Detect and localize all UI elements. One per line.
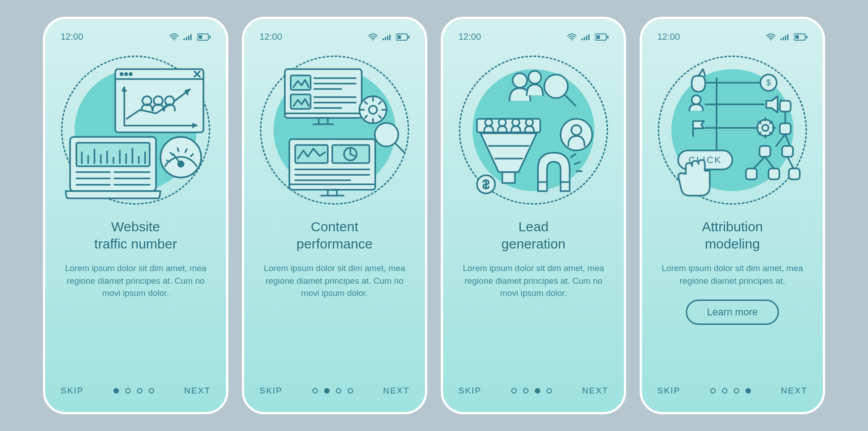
page-dot[interactable] bbox=[336, 388, 341, 394]
page-dot[interactable] bbox=[734, 388, 739, 394]
onboarding-screen-4: 12:00 $ bbox=[640, 17, 825, 414]
svg-point-92 bbox=[528, 71, 541, 84]
battery-icon bbox=[197, 33, 211, 41]
page-dot[interactable] bbox=[125, 388, 131, 394]
battery-icon bbox=[794, 33, 807, 41]
page-dot[interactable] bbox=[149, 388, 154, 394]
signal-icon bbox=[780, 33, 789, 41]
wifi-icon bbox=[368, 33, 378, 41]
svg-rect-130 bbox=[780, 123, 791, 134]
illustration-lead-generation bbox=[459, 56, 608, 205]
page-dot[interactable] bbox=[535, 388, 540, 394]
svg-rect-87 bbox=[588, 34, 590, 40]
screen-title: Attribution modeling bbox=[657, 218, 807, 252]
svg-rect-102 bbox=[502, 172, 515, 183]
skip-button[interactable]: SKIP bbox=[259, 386, 283, 396]
svg-point-11 bbox=[125, 73, 127, 75]
screen-title: Website traffic number bbox=[61, 218, 211, 252]
page-dot[interactable] bbox=[348, 388, 353, 394]
skip-button[interactable]: SKIP bbox=[657, 386, 680, 396]
onboarding-footer: SKIP NEXT bbox=[458, 386, 609, 396]
wifi-icon bbox=[766, 33, 776, 41]
svg-rect-6 bbox=[198, 35, 202, 39]
signal-icon bbox=[184, 33, 193, 41]
svg-rect-113 bbox=[783, 37, 784, 40]
skip-button[interactable]: SKIP bbox=[458, 386, 481, 396]
page-dot[interactable] bbox=[324, 388, 330, 394]
svg-point-12 bbox=[130, 73, 132, 75]
svg-line-108 bbox=[571, 154, 576, 157]
status-time: 12:00 bbox=[657, 32, 680, 42]
page-dot[interactable] bbox=[523, 388, 528, 394]
svg-rect-89 bbox=[596, 35, 600, 39]
status-icons bbox=[766, 33, 807, 41]
svg-rect-51 bbox=[397, 35, 401, 39]
svg-point-111 bbox=[770, 39, 772, 40]
status-icons bbox=[169, 33, 211, 41]
onboarding-footer: SKIP NEXT bbox=[657, 386, 807, 396]
svg-point-93 bbox=[544, 75, 568, 98]
svg-rect-131 bbox=[760, 146, 770, 157]
svg-rect-114 bbox=[785, 36, 786, 40]
svg-rect-86 bbox=[586, 36, 587, 40]
svg-line-94 bbox=[565, 95, 576, 106]
onboarding-screen-1: 12:00 bbox=[43, 17, 228, 414]
svg-line-137 bbox=[776, 134, 785, 146]
svg-line-70 bbox=[396, 144, 405, 153]
svg-rect-129 bbox=[780, 101, 791, 112]
svg-point-69 bbox=[375, 123, 398, 146]
page-dot[interactable] bbox=[722, 388, 727, 394]
page-indicator bbox=[113, 388, 154, 394]
svg-line-40 bbox=[178, 148, 179, 151]
screen-body: Lorem ipsum dolor sit dim amet, mea regi… bbox=[61, 262, 211, 300]
svg-line-109 bbox=[575, 162, 580, 164]
page-dot[interactable] bbox=[745, 388, 751, 394]
svg-rect-133 bbox=[746, 169, 757, 179]
page-dot[interactable] bbox=[312, 388, 318, 394]
onboarding-screen-3: 12:00 bbox=[441, 17, 626, 414]
svg-point-124 bbox=[692, 95, 701, 104]
battery-icon bbox=[595, 33, 609, 41]
status-bar: 12:00 bbox=[61, 32, 211, 42]
svg-rect-52 bbox=[408, 36, 410, 38]
svg-point-91 bbox=[513, 73, 527, 88]
status-bar: 12:00 bbox=[458, 32, 609, 42]
svg-point-83 bbox=[571, 39, 573, 40]
screen-title: Lead generation bbox=[458, 218, 609, 252]
svg-text:$: $ bbox=[766, 78, 771, 87]
next-button[interactable]: NEXT bbox=[184, 386, 211, 396]
page-dot[interactable] bbox=[511, 388, 517, 394]
page-dot[interactable] bbox=[547, 388, 552, 394]
svg-point-45 bbox=[373, 39, 374, 40]
svg-rect-112 bbox=[780, 38, 782, 40]
learn-more-button[interactable]: Learn more bbox=[686, 300, 779, 325]
svg-rect-49 bbox=[389, 34, 391, 40]
svg-rect-4 bbox=[190, 34, 192, 40]
svg-rect-3 bbox=[188, 36, 189, 40]
wifi-icon bbox=[169, 33, 179, 41]
page-dot[interactable] bbox=[137, 388, 142, 394]
page-dot[interactable] bbox=[113, 388, 119, 394]
signal-icon bbox=[581, 33, 590, 41]
svg-rect-7 bbox=[209, 36, 211, 38]
status-time: 12:00 bbox=[259, 32, 282, 42]
onboarding-footer: SKIP NEXT bbox=[259, 386, 410, 396]
svg-rect-134 bbox=[769, 169, 779, 179]
onboarding-screen-2: 12:00 bbox=[242, 17, 427, 414]
skip-button[interactable]: SKIP bbox=[61, 386, 84, 396]
status-bar: 12:00 bbox=[259, 32, 410, 42]
svg-rect-84 bbox=[581, 38, 583, 40]
svg-rect-115 bbox=[787, 34, 788, 40]
next-button[interactable]: NEXT bbox=[582, 386, 609, 396]
status-bar: 12:00 bbox=[657, 32, 807, 42]
next-button[interactable]: NEXT bbox=[781, 386, 807, 396]
svg-rect-1 bbox=[184, 38, 185, 40]
svg-point-10 bbox=[121, 73, 123, 75]
page-dot[interactable] bbox=[710, 388, 716, 394]
illustration-attribution-modeling: $ CLICK bbox=[658, 56, 807, 205]
screen-body: Lorem ipsum dolor sit dim amet, mea regi… bbox=[259, 262, 410, 300]
svg-rect-47 bbox=[385, 37, 386, 40]
next-button[interactable]: NEXT bbox=[383, 386, 410, 396]
illustration-content-performance bbox=[260, 56, 409, 205]
page-indicator bbox=[710, 388, 751, 394]
